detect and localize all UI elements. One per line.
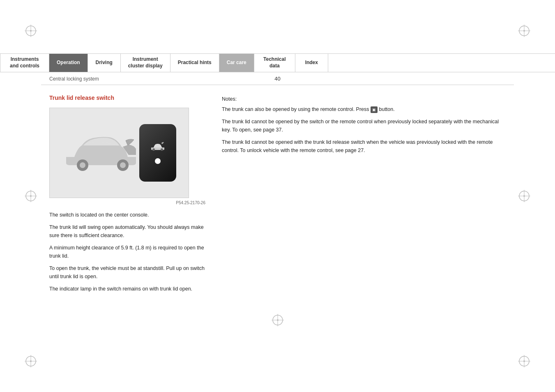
right-column: Notes: The trunk can also be opened by u… xyxy=(222,95,506,297)
trunk-image xyxy=(49,108,189,198)
switch-indicator-dot xyxy=(155,158,161,164)
corner-mark-tr xyxy=(518,25,530,37)
note-2: The trunk lid cannot be opened by the sw… xyxy=(222,118,506,134)
corner-mark-bl xyxy=(25,355,37,367)
svg-point-3 xyxy=(30,30,32,32)
nav-instruments-and-controls[interactable]: Instruments and controls xyxy=(0,54,49,72)
switch-button-graphic xyxy=(139,124,176,182)
car-silhouette-svg xyxy=(62,128,144,178)
body-text-3: A minimum height clearance of 5.9 ft. (1… xyxy=(49,244,205,260)
left-column: Trunk lid release switch xyxy=(49,95,205,297)
svg-point-7 xyxy=(523,30,525,32)
svg-point-19 xyxy=(30,195,32,197)
corner-mark-br xyxy=(518,355,530,367)
corner-mark-tl xyxy=(25,25,37,37)
main-content: Trunk lid release switch xyxy=(49,95,506,297)
section-title: Central locking system xyxy=(49,76,99,82)
svg-point-27 xyxy=(277,319,279,321)
section-heading: Trunk lid release switch xyxy=(49,95,205,101)
midbottom-mark xyxy=(272,314,284,326)
nav-technical-data[interactable]: Technical data xyxy=(254,54,295,72)
midleft-mark xyxy=(25,190,37,202)
image-caption: P54.25-2170-26 xyxy=(49,201,205,205)
note-1: The trunk can also be opened by using th… xyxy=(222,105,506,113)
header-divider xyxy=(41,85,514,85)
navigation-bar: Instruments and controls Operation Drivi… xyxy=(0,53,555,72)
nav-driving[interactable]: Driving xyxy=(88,54,121,72)
body-text-5: The indicator lamp in the switch remains… xyxy=(49,285,205,293)
svg-point-33 xyxy=(161,148,163,151)
body-text-2: The trunk lid will swing open automatica… xyxy=(49,223,205,240)
svg-point-23 xyxy=(523,195,525,197)
nav-operation[interactable]: Operation xyxy=(49,54,88,72)
body-text-1: The switch is located on the center cons… xyxy=(49,211,205,219)
button-reference: ▣ xyxy=(371,106,378,113)
svg-point-29 xyxy=(80,162,85,168)
midright-mark xyxy=(518,190,530,202)
svg-point-15 xyxy=(523,360,525,362)
switch-car-icon xyxy=(150,142,165,153)
svg-point-11 xyxy=(30,360,32,362)
nav-index[interactable]: Index xyxy=(295,54,328,72)
nav-car-care[interactable]: Car care xyxy=(219,54,254,72)
note-3: The trunk lid cannot be opened with the … xyxy=(222,138,506,154)
svg-point-32 xyxy=(152,148,155,151)
nav-instrument-cluster[interactable]: Instrument cluster display xyxy=(121,54,170,72)
svg-point-31 xyxy=(120,162,126,168)
body-text-4: To open the trunk, the vehicle must be a… xyxy=(49,264,205,281)
page-number: 40 xyxy=(274,76,280,82)
notes-label: Notes: xyxy=(222,96,506,102)
nav-practical-hints[interactable]: Practical hints xyxy=(170,54,219,72)
